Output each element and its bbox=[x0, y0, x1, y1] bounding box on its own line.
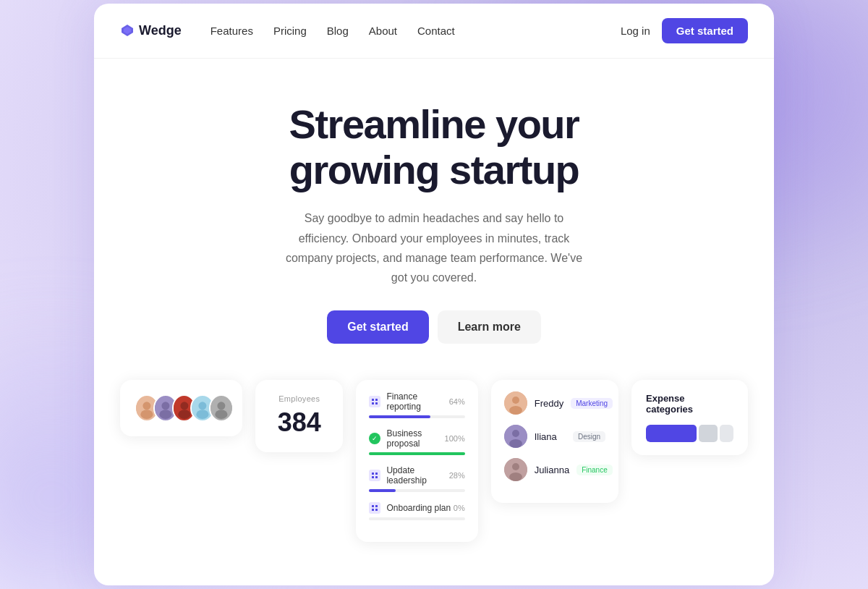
svg-point-3 bbox=[142, 402, 150, 410]
avatars-group bbox=[135, 394, 228, 422]
person-tag: Design bbox=[573, 431, 605, 442]
expense-bar bbox=[646, 425, 733, 442]
employees-card: Employees 384 bbox=[255, 380, 343, 452]
svg-point-36 bbox=[512, 463, 519, 470]
svg-point-13 bbox=[197, 410, 209, 419]
svg-point-30 bbox=[512, 397, 519, 404]
employees-label: Employees bbox=[271, 394, 327, 403]
nav-blog[interactable]: Blog bbox=[327, 25, 349, 37]
nav-about[interactable]: About bbox=[369, 25, 397, 37]
expense-segment-3 bbox=[720, 425, 733, 442]
svg-rect-27 bbox=[372, 509, 374, 511]
task-icon-onboard bbox=[369, 502, 380, 514]
hero-section: Streamline your growing startup Say good… bbox=[94, 59, 774, 380]
nav-get-started-button[interactable]: Get started bbox=[662, 18, 748, 43]
person-name: Freddy bbox=[535, 398, 563, 409]
svg-rect-28 bbox=[375, 509, 378, 511]
svg-point-15 bbox=[218, 402, 226, 410]
svg-point-31 bbox=[509, 406, 522, 415]
employees-count: 384 bbox=[271, 407, 327, 438]
nav-links: Features Pricing Blog About Contact bbox=[210, 25, 621, 37]
people-card: Freddy Marketing Iliana Design Julianna … bbox=[491, 380, 618, 503]
svg-rect-22 bbox=[375, 473, 378, 475]
person-row: Freddy Marketing bbox=[504, 391, 605, 415]
task-pct: 0% bbox=[454, 504, 465, 512]
person-row: Julianna Finance bbox=[504, 458, 605, 481]
task-item: Onboarding plan 0% bbox=[369, 502, 464, 520]
cards-row: Employees 384 Finance reporting 64% bbox=[94, 380, 774, 542]
svg-point-4 bbox=[140, 410, 153, 419]
hero-buttons: Get started Learn more bbox=[123, 310, 745, 344]
task-pct: 100% bbox=[445, 434, 465, 443]
avatar-5 bbox=[209, 394, 234, 422]
person-avatar-iliana bbox=[504, 425, 527, 448]
person-tag: Marketing bbox=[571, 398, 613, 409]
nav-actions: Log in Get started bbox=[621, 18, 748, 43]
task-name: Business proposal bbox=[386, 428, 444, 449]
svg-point-16 bbox=[216, 410, 228, 419]
svg-point-34 bbox=[509, 439, 522, 448]
svg-rect-26 bbox=[375, 505, 378, 507]
task-icon-finance bbox=[369, 396, 380, 407]
nav-pricing[interactable]: Pricing bbox=[273, 25, 307, 37]
task-icon-done: ✓ bbox=[369, 433, 380, 444]
main-card: Wedge Features Pricing Blog About Contac… bbox=[94, 4, 774, 585]
svg-point-33 bbox=[512, 430, 519, 437]
svg-rect-19 bbox=[372, 402, 374, 404]
task-name: Finance reporting bbox=[386, 391, 448, 412]
task-icon-update bbox=[369, 470, 380, 481]
person-name: Julianna bbox=[535, 465, 569, 475]
svg-rect-20 bbox=[375, 402, 378, 404]
svg-rect-25 bbox=[372, 505, 374, 507]
task-name: Update leadership bbox=[386, 465, 448, 486]
login-button[interactable]: Log in bbox=[621, 25, 650, 37]
expense-segment-1 bbox=[646, 425, 697, 442]
task-item: ✓ Business proposal 100% bbox=[369, 428, 464, 455]
team-avatars-card bbox=[120, 380, 242, 436]
nav-features[interactable]: Features bbox=[210, 25, 253, 37]
expense-title: Expense categories bbox=[646, 393, 733, 415]
person-row: Iliana Design bbox=[504, 425, 605, 448]
task-item: Update leadership 28% bbox=[369, 465, 464, 492]
svg-point-6 bbox=[161, 402, 169, 410]
svg-rect-23 bbox=[372, 476, 374, 478]
task-item: Finance reporting 64% bbox=[369, 391, 464, 418]
hero-title: Streamline your growing startup bbox=[123, 102, 745, 192]
svg-rect-18 bbox=[375, 399, 378, 401]
svg-rect-21 bbox=[372, 473, 374, 475]
hero-subtitle: Say goodbye to admin headaches and say h… bbox=[282, 208, 586, 287]
hero-get-started-button[interactable]: Get started bbox=[327, 310, 428, 344]
logo[interactable]: Wedge bbox=[120, 23, 182, 38]
svg-rect-17 bbox=[372, 399, 374, 401]
task-pct: 64% bbox=[449, 397, 465, 406]
svg-point-37 bbox=[509, 473, 522, 481]
svg-rect-24 bbox=[375, 476, 378, 478]
svg-point-9 bbox=[180, 402, 188, 410]
person-name: Iliana bbox=[535, 431, 566, 442]
navbar: Wedge Features Pricing Blog About Contac… bbox=[94, 4, 774, 59]
person-tag: Finance bbox=[576, 465, 613, 475]
hero-learn-more-button[interactable]: Learn more bbox=[438, 310, 541, 344]
expense-card: Expense categories bbox=[631, 380, 748, 455]
svg-point-10 bbox=[178, 410, 190, 419]
tasks-card: Finance reporting 64% ✓ Business proposa… bbox=[356, 380, 477, 542]
person-avatar-julianna bbox=[504, 458, 527, 481]
svg-point-7 bbox=[159, 410, 171, 419]
task-pct: 28% bbox=[449, 471, 465, 480]
expense-segment-2 bbox=[699, 425, 718, 442]
svg-point-12 bbox=[199, 402, 207, 410]
nav-contact[interactable]: Contact bbox=[417, 25, 455, 37]
task-name: Onboarding plan bbox=[386, 503, 451, 513]
person-avatar-freddy bbox=[504, 391, 527, 415]
